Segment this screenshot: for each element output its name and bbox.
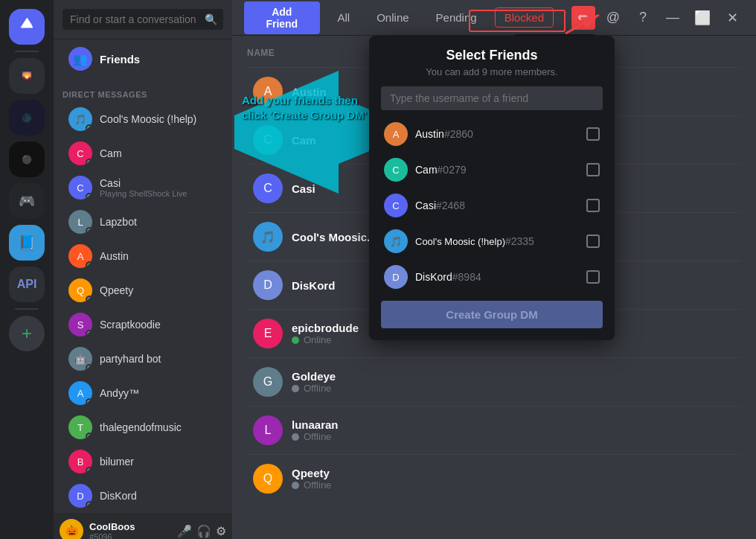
mention-button[interactable]: @ [601, 6, 625, 30]
dm-item-scraptkoodie[interactable]: S Scraptkoodie [60, 308, 226, 341]
tab-blocked[interactable]: Blocked [495, 7, 554, 28]
status-dot [292, 482, 299, 489]
dm-item-casi[interactable]: C Casi Playing ShellShock Live [60, 171, 226, 204]
status-indicator [86, 296, 92, 302]
tab-online[interactable]: Online [368, 8, 417, 27]
maximize-icon: ⬜ [694, 10, 711, 26]
dm-item-qpeety[interactable]: Q Qpeety [60, 274, 226, 307]
username-search-input[interactable] [381, 86, 603, 110]
dm-name: Austin [100, 250, 129, 262]
sf-item-cam[interactable]: C Cam#0279 [381, 152, 603, 188]
status-indicator [86, 227, 92, 234]
dm-name: DisKord [100, 490, 137, 502]
server-separator-2 [15, 308, 39, 310]
status-indicator [86, 330, 92, 337]
dm-avatar: 🤖 [68, 347, 92, 371]
server-icon-guild2[interactable]: 🌑 [9, 100, 45, 135]
dm-item-cam[interactable]: C Cam [60, 137, 226, 170]
sf-avatar: C [384, 194, 408, 217]
sf-tag: #2860 [444, 128, 473, 140]
sf-item-diskord[interactable]: D DisKord#8984 [381, 259, 603, 295]
add-server-button[interactable]: + [9, 316, 45, 351]
status-indicator [86, 364, 92, 371]
sf-item-coolsmoosic[interactable]: 🎵 Cool's Moosic (!help)#2335 [381, 223, 603, 259]
headset-icon[interactable]: 🎧 [196, 524, 211, 538]
dm-search-area: 🔍 [54, 0, 232, 39]
sf-checkbox[interactable] [586, 235, 600, 248]
server-separator [15, 51, 39, 52]
dm-item-diskord[interactable]: D DisKord [60, 479, 226, 512]
dm-item-austin[interactable]: A Austin [60, 240, 226, 272]
server-icon-guild3[interactable]: ⚫ [9, 141, 45, 177]
sf-avatar: A [384, 122, 408, 146]
friend-avatar: C [253, 125, 283, 155]
topbar-icons: ✏ New Group DM @ ? — ⬜ ✕ [571, 6, 744, 30]
server-icon-guild1[interactable]: 🌄 [9, 58, 45, 94]
sf-checkbox[interactable] [586, 199, 600, 212]
dm-name: Cool's Moosic (!help) [100, 113, 196, 125]
status-text: Online [304, 334, 332, 345]
sf-avatar: C [384, 158, 408, 182]
dm-avatar: L [68, 210, 92, 234]
dm-avatar: C [68, 176, 92, 200]
select-friends-title: Select Friends [381, 48, 603, 63]
server-icon-guild4[interactable]: 🎮 [9, 183, 45, 219]
sf-checkbox[interactable] [586, 270, 600, 284]
search-input[interactable] [63, 9, 223, 30]
dm-item-partyhard[interactable]: 🤖 partyhard bot [60, 342, 226, 375]
dm-item-bilumer[interactable]: B bilumer [60, 445, 226, 478]
dm-item-lapzbot[interactable]: L Lapzbot [60, 205, 226, 238]
status-indicator [86, 124, 92, 131]
sf-item-austin[interactable]: A Austin#2860 [381, 116, 603, 152]
server-icon-guild5[interactable]: 📘 [9, 225, 45, 261]
sf-item-casi[interactable]: C Casi#2468 [381, 188, 603, 223]
friend-avatar: L [253, 415, 283, 445]
status-indicator [86, 159, 92, 165]
settings-icon[interactable]: ⚙ [216, 524, 226, 538]
friend-avatar: C [253, 173, 283, 203]
server-icon-guild6[interactable]: API [9, 267, 45, 302]
close-icon: ✕ [727, 10, 738, 26]
friend-status: Offline [292, 383, 735, 394]
dm-item-andyy[interactable]: A Andyy™ [60, 377, 226, 409]
friend-status: Offline [292, 431, 735, 442]
status-indicator [86, 467, 92, 473]
status-dot [292, 433, 299, 441]
friend-info: lunaaran Offline [292, 418, 735, 442]
sf-name: DisKord#8984 [415, 271, 579, 283]
sf-checkbox[interactable] [586, 163, 600, 176]
dm-avatar: Q [68, 278, 92, 302]
sf-name: Cam#0279 [415, 164, 579, 176]
dm-item-thalegend[interactable]: T thalegendofmusic [60, 411, 226, 444]
minimize-button[interactable]: — [661, 6, 685, 30]
dm-avatar: C [68, 141, 92, 165]
friend-info: Goldeye Offline [292, 370, 735, 394]
server-icon-home[interactable] [9, 9, 45, 45]
username: CoolBoos [89, 521, 171, 532]
dm-name: Lapzbot [100, 216, 137, 228]
microphone-icon[interactable]: 🎤 [177, 524, 192, 538]
sf-checkbox[interactable] [586, 127, 600, 141]
user-panel-icons: 🎤 🎧 ⚙ [177, 524, 226, 538]
help-button[interactable]: ? [631, 6, 655, 30]
sf-name: Austin#2860 [415, 128, 579, 140]
add-friend-button[interactable]: Add Friend [244, 1, 320, 34]
name-column-header: NAME [247, 48, 275, 58]
friend-avatar: 🎵 [253, 222, 283, 252]
status-text: Offline [304, 431, 331, 442]
friends-nav-item[interactable]: 👥 Friends [60, 41, 226, 77]
friend-row-goldeye[interactable]: G Goldeye Offline [247, 357, 741, 406]
friend-row-qpeety[interactable]: Q Qpeety Offline [247, 454, 741, 503]
dm-item-coolsmoosic[interactable]: 🎵 Cool's Moosic (!help) [60, 103, 226, 135]
friend-row-lunaaran[interactable]: L lunaaran Offline [247, 406, 741, 454]
tab-pending[interactable]: Pending [427, 8, 486, 27]
friend-avatar: D [253, 270, 283, 300]
friends-select-list: A Austin#2860 C Cam#0279 C Casi#2468 🎵 C… [381, 116, 603, 295]
create-group-dm-button[interactable]: Create Group DM [381, 301, 603, 328]
close-button[interactable]: ✕ [720, 6, 744, 30]
new-dm-button[interactable]: ✏ New Group DM [571, 6, 595, 30]
maximize-button[interactable]: ⬜ [691, 6, 714, 30]
dm-avatar: S [68, 313, 92, 337]
tab-all[interactable]: All [329, 8, 359, 27]
status-dot [292, 385, 299, 392]
